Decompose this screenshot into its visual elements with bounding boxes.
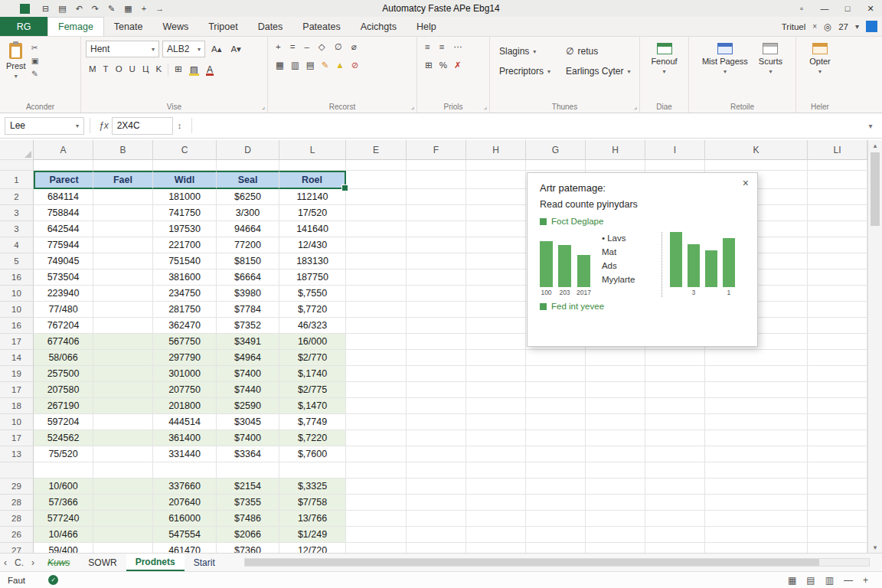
font-color-icon[interactable]: A [203, 64, 217, 75]
cell[interactable] [808, 511, 867, 527]
cell[interactable] [407, 171, 466, 189]
cell[interactable]: $,1740 [279, 366, 346, 382]
row-header-spacer[interactable] [0, 160, 34, 171]
font-style-icon-1[interactable]: T [100, 63, 112, 76]
cell[interactable] [346, 398, 407, 414]
cell[interactable]: $7400 [217, 430, 279, 446]
cell[interactable] [466, 414, 526, 430]
cell[interactable] [93, 237, 153, 253]
cell[interactable] [93, 160, 153, 171]
column-header-B-1[interactable]: B [93, 140, 153, 160]
cell[interactable]: 281750 [153, 302, 217, 318]
cell[interactable]: $,1470 [279, 398, 346, 414]
header-cell-1[interactable]: Fael [93, 171, 153, 189]
cell[interactable] [705, 350, 808, 366]
column-header-F-6[interactable]: F [407, 140, 466, 160]
number-top-icon-2[interactable]: ⋯ [450, 41, 466, 54]
cell[interactable] [466, 171, 526, 189]
cell[interactable]: $2590 [217, 398, 279, 414]
styles-button-2[interactable]: ∅ retus [566, 46, 630, 57]
cell[interactable] [466, 334, 526, 350]
cell[interactable] [346, 189, 407, 205]
align-top-icon-5[interactable]: ⌀ [348, 41, 360, 54]
number-bottom-icon-1[interactable]: % [436, 59, 450, 72]
row-header[interactable]: 16 [0, 270, 34, 286]
cell[interactable] [346, 350, 407, 366]
cell[interactable] [466, 430, 526, 446]
cell[interactable] [645, 414, 705, 430]
cell[interactable] [407, 382, 466, 398]
align-bottom-icon-1[interactable]: ▥ [288, 59, 302, 72]
cell[interactable]: 444514 [153, 414, 217, 430]
cell[interactable] [466, 237, 526, 253]
cell[interactable] [407, 205, 466, 221]
cell[interactable] [645, 511, 705, 527]
cell[interactable] [808, 350, 867, 366]
cell[interactable]: 234750 [153, 286, 217, 302]
cell[interactable] [407, 543, 466, 553]
column-header-K-11[interactable]: K [705, 140, 808, 160]
cell[interactable]: 297790 [153, 350, 217, 366]
cell[interactable]: $3045 [217, 414, 279, 430]
cell[interactable] [407, 398, 466, 414]
cell[interactable] [407, 430, 466, 446]
column-header-G-8[interactable]: G [526, 140, 586, 160]
cell[interactable] [407, 160, 466, 171]
cell[interactable]: $,3325 [279, 479, 346, 495]
cell[interactable]: 461470 [153, 543, 217, 553]
cell-reference-box[interactable]: 2X4C [112, 117, 173, 135]
ribbon-tab-femage[interactable]: Femage [47, 17, 104, 36]
cell[interactable]: 751540 [153, 253, 217, 270]
cell[interactable]: 221700 [153, 237, 217, 253]
column-header-LI-12[interactable]: LI [808, 140, 867, 160]
cell[interactable]: 758844 [34, 205, 93, 221]
cell[interactable] [346, 221, 407, 237]
cell[interactable] [466, 189, 526, 205]
align-bottom-icon-0[interactable]: ▦ [273, 59, 287, 72]
cell[interactable] [526, 350, 586, 366]
cell[interactable] [466, 366, 526, 382]
cell[interactable] [526, 495, 586, 511]
cell[interactable] [407, 350, 466, 366]
cell[interactable]: 181000 [153, 189, 217, 205]
align-top-icon-0[interactable]: + [273, 41, 284, 54]
cell[interactable]: $3491 [217, 334, 279, 350]
cell[interactable] [808, 171, 867, 189]
cell[interactable] [526, 511, 586, 527]
cell[interactable] [346, 205, 407, 221]
cell[interactable] [466, 350, 526, 366]
cell[interactable] [586, 366, 645, 382]
cell[interactable] [645, 543, 705, 553]
select-all-button[interactable] [0, 140, 34, 160]
cell[interactable]: 75/520 [34, 446, 93, 462]
align-bottom-icon-4[interactable]: ▲ [332, 59, 347, 72]
cell[interactable]: 267190 [34, 398, 93, 414]
cell[interactable] [808, 189, 867, 205]
page-break-view-icon[interactable]: ▥ [825, 575, 834, 586]
cell[interactable] [645, 495, 705, 511]
cell[interactable]: $,7720 [279, 302, 346, 318]
editing-button-2[interactable]: Scurts ▾ [756, 41, 786, 99]
cell[interactable] [217, 160, 279, 171]
row-header[interactable]: 27 [0, 543, 34, 553]
cell[interactable] [808, 253, 867, 270]
cell[interactable]: 741750 [153, 205, 217, 221]
cell[interactable]: 257500 [34, 366, 93, 382]
cell[interactable] [645, 398, 705, 414]
cell[interactable] [279, 462, 346, 479]
cell[interactable] [346, 366, 407, 382]
table-icon[interactable]: ▦ [124, 0, 132, 17]
cell[interactable] [153, 160, 217, 171]
selection-fill-handle[interactable] [341, 185, 348, 191]
ribbon-tab-wews[interactable]: Wews [152, 17, 198, 36]
save-icon[interactable]: ▤ [58, 0, 66, 17]
cell[interactable] [645, 479, 705, 495]
cell[interactable] [526, 479, 586, 495]
cell[interactable] [346, 495, 407, 511]
row-header[interactable]: 17 [0, 382, 34, 398]
cell[interactable]: 201800 [153, 398, 217, 414]
cell[interactable]: 57/366 [34, 495, 93, 511]
cell[interactable] [407, 366, 466, 382]
cell[interactable] [93, 382, 153, 398]
dialog-launcher-icon[interactable]: ⌟ [634, 103, 637, 110]
